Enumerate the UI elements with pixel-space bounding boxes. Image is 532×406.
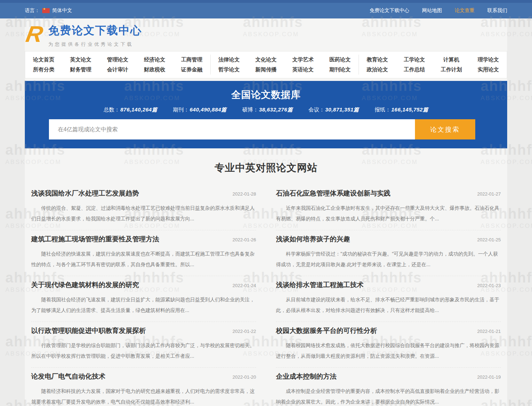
- article-date: 2022-01-28: [233, 191, 256, 197]
- stat-value-thesis: 38,632,276篇: [259, 106, 293, 113]
- article-excerpt: 随着经济和科技的大力发展，国家对于电力的研究也越来越重视，人们对电力的需求度非常…: [31, 386, 256, 406]
- nav-link[interactable]: 工学论文: [404, 55, 425, 65]
- nav-link[interactable]: 英语论文: [292, 65, 314, 75]
- nav-link[interactable]: 法律论文: [218, 55, 240, 65]
- article-date: 2022-01-22: [233, 329, 256, 334]
- nav-link[interactable]: 实用论文: [478, 65, 499, 75]
- article-title[interactable]: 关于现代绿色建筑材料的发展的研究: [31, 280, 139, 290]
- nav-link[interactable]: 哲学论文: [218, 65, 240, 75]
- article-item: 以行政管理职能促进中职教育发展探析2022-01-22 行政管理部门是学校的综合…: [31, 322, 256, 368]
- stat-value-total: 876,140,264篇: [120, 106, 157, 113]
- article-title[interactable]: 以行政管理职能促进中职教育发展探析: [31, 326, 146, 335]
- article-title[interactable]: 校园大数据服务平台的可行性分析: [276, 326, 377, 335]
- article-item: 建筑工程施工现场管理的重要性及管理方法2022-01-26 随社会经济的快速发展…: [31, 230, 256, 276]
- page-title: 专业中英对照论文网站: [25, 161, 507, 175]
- stat-label-thesis: 硕博：: [242, 106, 258, 113]
- stat-label-journal: 期刊：: [173, 106, 189, 113]
- nav-link[interactable]: 计算机: [443, 55, 459, 65]
- nav-link[interactable]: 理学论文: [478, 55, 499, 65]
- article-excerpt: 行政管理部门是学校的综合职能部门，该部门涉及的工作内容较为广泛，与学校的发展密切…: [31, 340, 256, 361]
- article-excerpt: 近年来我国石油化工企业事故时有发生，其中还存在一些重大及特大火灾、爆炸事故。石油…: [276, 203, 501, 224]
- article-title[interactable]: 浅谈给排水管道工程施工技术: [276, 280, 364, 290]
- article-excerpt: 成本控制是企业经营管理中的重要内容，成本控制水平的高低直接影响着企业的生产经营活…: [276, 386, 501, 406]
- nav-link[interactable]: 证券金融: [181, 65, 202, 75]
- nav-link[interactable]: 医药论文: [329, 55, 351, 65]
- article-date: 2022-01-20: [233, 374, 256, 380]
- article-excerpt: 从目前城市建设的现状来看，给水不足、排水不畅已经严重影响到城市的形象及市民的生活…: [276, 294, 501, 316]
- article-title[interactable]: 浅谈我国给水厂水处理工艺发展趋势: [31, 189, 139, 198]
- article-item: 企业成本控制的方法2022-01-19 成本控制是企业经营管理中的重要内容，成本…: [276, 368, 501, 406]
- article-title[interactable]: 浅谈如何培养孩子的兴趣: [276, 235, 350, 244]
- nav-link[interactable]: 文学艺术: [292, 55, 314, 65]
- nav-link[interactable]: 期刊论文: [329, 65, 351, 75]
- site-title[interactable]: 免费论文下载中心: [48, 23, 142, 38]
- topbar-links: 免费论文下载中心 网站地图 论文查重 联系我们: [357, 7, 507, 14]
- article-item: 浅谈我国给水厂水处理工艺发展趋势2022-01-28 传统的混合、絮凝、沉淀、过…: [31, 185, 256, 230]
- nav-link[interactable]: 财政税收: [144, 65, 165, 75]
- article-date: 2022-01-19: [477, 374, 501, 380]
- article-excerpt: 传统的混合、絮凝、沉淀、过滤和消毒给水处理工艺已较难处理当前日益复杂的原水水质和…: [31, 203, 256, 224]
- article-date: 2022-01-25: [477, 237, 501, 242]
- stat-label-total: 总数：: [104, 106, 120, 113]
- search-button[interactable]: 论文搜索: [415, 119, 475, 139]
- article-title[interactable]: 企业成本控制的方法: [276, 372, 337, 381]
- stat-label-conference: 会议：: [309, 106, 325, 113]
- nav-link[interactable]: 管理论文: [107, 55, 128, 65]
- nav-link[interactable]: 工作总结: [404, 65, 425, 75]
- article-date: 2022-01-24: [233, 283, 256, 288]
- stat-label-newspaper: 报纸：: [375, 106, 390, 113]
- article-date: 2022-01-27: [477, 191, 501, 197]
- article-date: 2022-01-23: [477, 283, 501, 288]
- article-date: 2022-01-26: [233, 237, 256, 242]
- nav-link[interactable]: 文化论文: [255, 55, 277, 65]
- language-label: 语言：: [25, 7, 40, 14]
- article-item: 校园大数据服务平台的可行性分析2022-01-21 随着校园网络技术愈发成熟，依…: [276, 322, 501, 368]
- stat-value-newspaper: 166,145,752篇: [391, 106, 428, 113]
- nav-link[interactable]: 经济论文: [144, 55, 165, 65]
- article-item: 关于现代绿色建筑材料的发展的研究2022-01-24 随着我国社会经济的飞速发展…: [31, 276, 256, 322]
- main-navigation: 论文首页所有分类 英文论文财务管理 管理论文会计审计 经济论文财政税收 工商管理…: [25, 51, 507, 78]
- stat-value-conference: 30,871,351篇: [325, 106, 359, 113]
- site-tagline: 为您提供各行业优秀论文下载: [48, 41, 142, 48]
- article-excerpt: 随着校园网络技术愈发成熟，依托大数据进行校园综合自我服务平台的建设与推广，将校园…: [276, 340, 501, 361]
- top-bar: 语言： 简体中文 免费论文下载中心 网站地图 论文查重 联系我们: [0, 0, 532, 18]
- site-logo-icon[interactable]: R: [24, 23, 45, 45]
- topbar-link-sitemap[interactable]: 网站地图: [422, 7, 442, 14]
- article-item: 浅谈如何培养孩子的兴趣2022-01-25 科学家杨振宁曾经说过："成功的秘诀在…: [276, 230, 501, 276]
- topbar-link-plagiarism-check[interactable]: 论文查重: [455, 7, 475, 14]
- article-item: 浅谈给排水管道工程施工技术2022-01-23 从目前城市建设的现状来看，给水不…: [276, 276, 501, 322]
- nav-link[interactable]: 教育论文: [367, 55, 388, 65]
- china-flag-icon: [42, 8, 50, 13]
- language-selector[interactable]: 简体中文: [52, 7, 72, 14]
- article-item: 论发电厂电气自动化技术2022-01-20 随着经济和科技的大力发展，国家对于电…: [31, 368, 256, 406]
- nav-link[interactable]: 工作计划: [441, 65, 462, 75]
- article-title[interactable]: 建筑工程施工现场管理的重要性及管理方法: [31, 235, 159, 244]
- topbar-link-download-center[interactable]: 免费论文下载中心: [370, 7, 409, 14]
- database-stats: 总数：876,140,264篇 期刊：640,490,884篇 硕博：38,63…: [25, 106, 507, 113]
- page-content: R 免费论文下载中心 为您提供各行业优秀论文下载 论文首页所有分类 英文论文财务…: [25, 18, 507, 406]
- nav-link[interactable]: 英文论文: [70, 55, 91, 65]
- search-input[interactable]: [49, 119, 415, 139]
- banner-title: 全国论文数据库: [25, 88, 507, 101]
- database-banner: 全国论文数据库 总数：876,140,264篇 期刊：640,490,884篇 …: [25, 81, 507, 148]
- article-title[interactable]: 石油石化应急管理体系建设创新与实践: [276, 189, 390, 198]
- nav-link-all-categories[interactable]: 所有分类: [33, 65, 54, 75]
- article-title[interactable]: 论发电厂电气自动化技术: [31, 372, 105, 381]
- article-date: 2022-01-21: [477, 329, 501, 334]
- nav-link[interactable]: 政治论文: [367, 65, 388, 75]
- nav-link-home[interactable]: 论文首页: [33, 55, 54, 65]
- article-list: 浅谈我国给水厂水处理工艺发展趋势2022-01-28 传统的混合、絮凝、沉淀、过…: [25, 185, 507, 406]
- nav-link[interactable]: 新闻传播: [255, 65, 277, 75]
- article-excerpt: 科学家杨振宁曾经说过："成功的秘诀在于兴趣。"可见兴趣是学习的动力，成功的先到。…: [276, 248, 501, 270]
- stat-value-journal: 640,490,884篇: [190, 106, 227, 113]
- topbar-link-contact[interactable]: 联系我们: [487, 7, 507, 14]
- site-header: R 免费论文下载中心 为您提供各行业优秀论文下载: [25, 18, 507, 51]
- article-excerpt: 随社会经济的快速发展，建筑行业的发展速度也在不断提高，而建筑工程施工管理工作也具…: [31, 248, 256, 270]
- nav-link[interactable]: 工商管理: [181, 55, 202, 65]
- article-item: 石油石化应急管理体系建设创新与实践2022-01-27 近年来我国石油化工企业事…: [276, 185, 501, 230]
- nav-link[interactable]: 会计审计: [107, 65, 128, 75]
- article-excerpt: 随着我国社会经济的飞速发展，建筑行业日益扩大，能源紧缺问题也日益受到人们和企业的…: [31, 294, 256, 316]
- nav-link[interactable]: 财务管理: [70, 65, 91, 75]
